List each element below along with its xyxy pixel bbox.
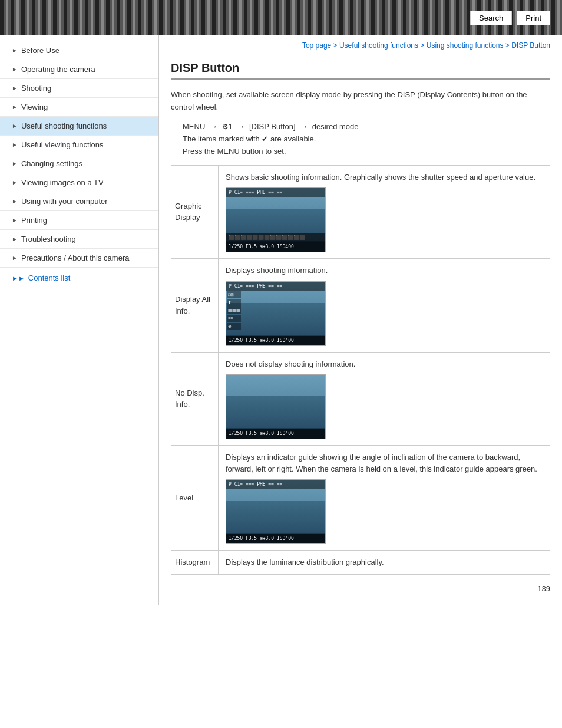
row-label-no-info: No Disp. Info. xyxy=(171,352,219,446)
chevron-right-icon: ► xyxy=(12,47,18,54)
breadcrumb: Top page > Useful shooting functions > U… xyxy=(171,41,550,50)
main-content: Top page > Useful shooting functions > U… xyxy=(159,35,562,605)
breadcrumb-current: DISP Button xyxy=(511,41,550,50)
table-row: No Disp. Info. Does not display shooting… xyxy=(171,352,550,446)
sidebar-item-useful-viewing[interactable]: ► Useful viewing functions xyxy=(0,136,158,154)
table-row: Level Displays an indicator guide showin… xyxy=(171,446,550,551)
contents-list-link[interactable]: ►► Contents list xyxy=(0,268,158,288)
camera-image-graphic: P C1≡ ≡≡≡ PHE ≡≡ ≡≡ ⬛⬛⬛⬛⬛⬛⬛⬛⬛⬛⬛⬛⬛ 1/250 … xyxy=(226,187,326,252)
display-modes-table: Graphic Display Shows basic shooting inf… xyxy=(171,165,550,575)
sidebar-item-useful-shooting[interactable]: ► Useful shooting functions xyxy=(0,117,158,136)
sidebar-item-using-computer[interactable]: ► Using with your computer xyxy=(0,192,158,211)
page-layout: ► Before Use ► Operating the camera ► Sh… xyxy=(0,35,562,605)
sidebar-item-shooting[interactable]: ► Shooting xyxy=(0,79,158,98)
page-number: 139 xyxy=(171,584,550,593)
chevron-right-icon: ► xyxy=(12,123,18,129)
row-content-histogram: Displays the luminance distribution grap… xyxy=(219,551,550,575)
breadcrumb-top[interactable]: Top page xyxy=(302,41,331,50)
checkmark-icon: ✔ xyxy=(262,134,268,143)
table-row: Display All Info. Displays shooting info… xyxy=(171,259,550,353)
sidebar-item-printing[interactable]: ► Printing xyxy=(0,211,158,230)
chevron-right-icon: ► xyxy=(12,104,18,110)
breadcrumb-useful-shooting[interactable]: Useful shooting functions xyxy=(339,41,418,50)
row-content-graphic: Shows basic shooting information. Graphi… xyxy=(219,165,550,259)
page-title: DISP Button xyxy=(171,61,550,75)
sidebar-item-changing-settings[interactable]: ► Changing settings xyxy=(0,154,158,173)
sidebar-item-viewing[interactable]: ► Viewing xyxy=(0,98,158,117)
chevron-right-icon: ► xyxy=(12,198,18,205)
menu-instruction: MENU → ⚙1 → [DISP Button] → desired mode xyxy=(183,122,550,131)
header: Search Print xyxy=(0,0,562,35)
breadcrumb-using-shooting[interactable]: Using shooting functions xyxy=(427,41,504,50)
arrow-right-icon: ►► xyxy=(12,275,25,282)
chevron-right-icon: ► xyxy=(12,255,18,261)
chevron-right-icon: ► xyxy=(12,66,18,73)
camera-image-no-info: 1/250 F3.5 ⊞+3.0 ISO400 xyxy=(226,374,326,439)
sidebar-item-troubleshooting[interactable]: ► Troubleshooting xyxy=(0,230,158,249)
row-label-level: Level xyxy=(171,446,219,551)
camera-image-level: P C1≡ ≡≡≡ PHE ≡≡ ≡≡ 1/250 F3.5 ⊞+3.0 ISO… xyxy=(226,479,326,544)
row-content-no-info: Does not display shooting information. 1… xyxy=(219,352,550,446)
chevron-right-icon: ► xyxy=(12,85,18,91)
chevron-right-icon: ► xyxy=(12,217,18,223)
table-row: Graphic Display Shows basic shooting inf… xyxy=(171,165,550,259)
camera-image-all-info: P C1≡ ≡≡≡ PHE ≡≡ ≡≡ □⊟ ⬆ ▦▦▦ ≡≡ ⊕ 1/250 … xyxy=(226,281,326,346)
sidebar-item-operating-camera[interactable]: ► Operating the camera xyxy=(0,60,158,79)
sidebar-item-precautions[interactable]: ► Precautions / About this camera xyxy=(0,249,158,268)
sidebar-item-viewing-tv[interactable]: ► Viewing images on a TV xyxy=(0,173,158,192)
row-content-all-info: Displays shooting information. P C1≡ ≡≡≡… xyxy=(219,259,550,353)
print-button[interactable]: Print xyxy=(517,11,550,25)
chevron-right-icon: ► xyxy=(12,160,18,167)
page-title-bar: DISP Button xyxy=(171,61,550,80)
row-content-level: Displays an indicator guide showing the … xyxy=(219,446,550,551)
chevron-right-icon: ► xyxy=(12,236,18,242)
chevron-right-icon: ► xyxy=(12,141,18,148)
sidebar: ► Before Use ► Operating the camera ► Sh… xyxy=(0,35,159,605)
search-button[interactable]: Search xyxy=(470,11,512,25)
items-marked: The items marked with ✔ are available. xyxy=(183,134,550,143)
row-label-graphic: Graphic Display xyxy=(171,165,219,259)
row-label-histogram: Histogram xyxy=(171,551,219,575)
sidebar-item-before-use[interactable]: ► Before Use xyxy=(0,41,158,60)
intro-text: When shooting, set available screen disp… xyxy=(171,89,550,114)
press-menu-text: Press the MENU button to set. xyxy=(183,147,550,156)
chevron-right-icon: ► xyxy=(12,179,18,186)
table-row: Histogram Displays the luminance distrib… xyxy=(171,551,550,575)
row-label-all-info: Display All Info. xyxy=(171,259,219,353)
